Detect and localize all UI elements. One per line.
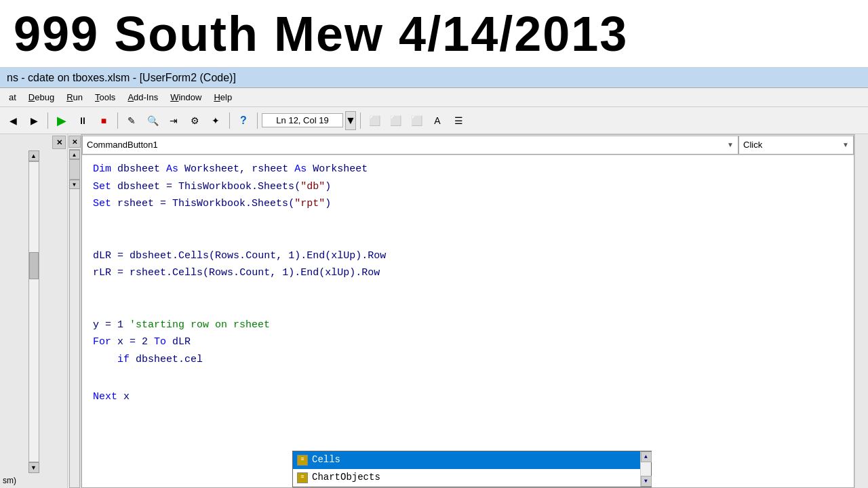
menu-item-tools[interactable]: Tools [90,91,121,104]
object-dropdown-value: CommandButton1 [87,140,158,150]
procedure-dropdown-arrow: ▼ [842,141,849,148]
toolbar-star-btn[interactable]: ✦ [206,111,225,130]
second-sidebar-scroll: ▲ ▼ [69,149,80,488]
toolbar-help-btn[interactable]: ? [234,111,253,130]
ac-scroll-up[interactable]: ▲ [641,451,652,462]
autocomplete-dropdown: ≡ Cells ≡ ChartObjects ▲ ▼ [292,451,652,487]
toolbar-sep-3 [229,113,230,129]
dropdown-bar: CommandButton1 ▼ Click ▼ [82,135,854,155]
toolbar: ◀ ▶ ▶ ⏸ ■ ✎ 🔍 ⇥ ⚙ ✦ ? Ln 12, Col 19 ▼ ⬜ … [0,107,868,134]
code-line-1: Dim dbsheet As Worksheet, rsheet As Work… [93,161,843,178]
menu-item-run[interactable]: Run [61,91,88,104]
toolbar-btn-e2[interactable]: ⬜ [386,111,405,130]
title-bar: ns - cdate on tboxes.xlsm - [UserForm2 (… [0,68,868,88]
sidebar-label: sm) [0,473,67,488]
second-scroll-down[interactable]: ▼ [69,180,80,189]
main-area: ✕ ▲ ▼ sm) ✕ ▲ ▼ CommandButton1 ▼ Click [0,134,868,488]
menu-item-window[interactable]: Window [165,91,207,104]
toolbar-run-btn[interactable]: ▶ [52,111,71,130]
toolbar-btn-e3[interactable]: ⬜ [407,111,426,130]
right-panel [854,134,868,488]
code-line-2: Set dbsheet = ThisWorkbook.Sheets("db") [93,178,843,196]
second-sidebar: ✕ ▲ ▼ [68,134,81,488]
code-line-4 [93,213,843,230]
ac-item-cells[interactable]: ≡ Cells [293,451,651,469]
second-scroll-up[interactable]: ▲ [69,150,80,159]
toolbar-btn-e1[interactable]: ⬜ [365,111,384,130]
code-line-5 [93,230,843,247]
toolbar-sep-2 [117,113,118,129]
scroll-down-arrow[interactable]: ▼ [28,462,39,473]
code-line-3: Set rsheet = ThisWorkbook.Sheets("rpt") [93,195,843,213]
ac-icon-chartobjects: ≡ [297,472,308,483]
code-line-bottom: Next x [93,388,843,406]
sidebar-scrollbar: ▲ ▼ [0,150,67,473]
object-dropdown[interactable]: CommandButton1 ▼ [82,136,738,155]
second-scroll-thumb[interactable] [69,159,80,180]
ac-icon-cells: ≡ [297,455,308,466]
toolbar-sep-4 [257,113,258,129]
code-line-7: rLR = rsheet.Cells(Rows.Count, 1).End(xl… [93,264,843,282]
ac-label-cells: Cells [312,452,340,468]
toolbar-search-btn[interactable]: 🔍 [143,111,162,130]
menu-item-addins[interactable]: Add-Ins [122,91,163,104]
ac-scrollbar: ▲ ▼ [640,451,651,487]
toolbar-pause-btn[interactable]: ⏸ [73,111,92,130]
toolbar-btn-e4[interactable]: A [428,111,447,130]
toolbar-back-btn[interactable]: ◀ [3,111,22,130]
code-line-9 [93,299,843,317]
code-line-6: dLR = dbsheet.Cells(Rows.Count, 1).End(x… [93,247,843,265]
toolbar-btn-e5[interactable]: ☰ [449,111,468,130]
title-bar-text: ns - cdate on tboxes.xlsm - [UserForm2 (… [7,72,236,84]
object-dropdown-arrow: ▼ [727,141,734,148]
menu-item-debug[interactable]: Debug [23,91,60,104]
scroll-track [28,161,39,462]
code-editor[interactable]: Dim dbsheet As Worksheet, rsheet As Work… [82,155,854,487]
banner-text: 999 South Mew 4/14/2013 [14,6,628,62]
toolbar-stop-btn[interactable]: ■ [94,111,113,130]
toolbar-scrollbar[interactable]: ▼ [345,111,356,130]
toolbar-forward-btn[interactable]: ▶ [24,111,43,130]
toolbar-indent-btn[interactable]: ⇥ [164,111,183,130]
position-indicator: Ln 12, Col 19 [262,113,343,127]
ac-item-chartobjects[interactable]: ≡ ChartObjects [293,469,651,487]
code-line-10: y = 1 'starting row on rsheet [93,317,843,334]
toolbar-sep-5 [360,113,361,129]
ac-scroll-down[interactable]: ▼ [641,476,652,487]
menu-item-format[interactable]: at [3,91,22,104]
menu-bar: at Debug Run Tools Add-Ins Window Help [0,88,868,107]
top-banner: 999 South Mew 4/14/2013 [0,0,868,68]
left-sidebar: ✕ ▲ ▼ sm) [0,134,68,488]
toolbar-sep-1 [47,113,48,129]
scroll-up-arrow[interactable]: ▲ [28,150,39,161]
second-sidebar-close[interactable]: ✕ [68,136,81,148]
ac-label-chartobjects: ChartObjects [312,470,380,486]
code-line-11: For x = 2 To dLR [93,333,843,351]
procedure-dropdown-value: Click [743,140,762,150]
toolbar-edit-btn[interactable]: ✎ [122,111,141,130]
sidebar-close-btn[interactable]: ✕ [52,136,66,149]
code-line-12: if dbsheet.cel [93,351,843,369]
procedure-dropdown[interactable]: Click ▼ [738,136,854,155]
scroll-thumb[interactable] [29,252,39,279]
code-line-8 [93,282,843,300]
toolbar-tools-btn[interactable]: ⚙ [185,111,204,130]
code-panel: CommandButton1 ▼ Click ▼ Dim dbsheet As … [81,134,854,488]
menu-item-help[interactable]: Help [208,91,237,104]
